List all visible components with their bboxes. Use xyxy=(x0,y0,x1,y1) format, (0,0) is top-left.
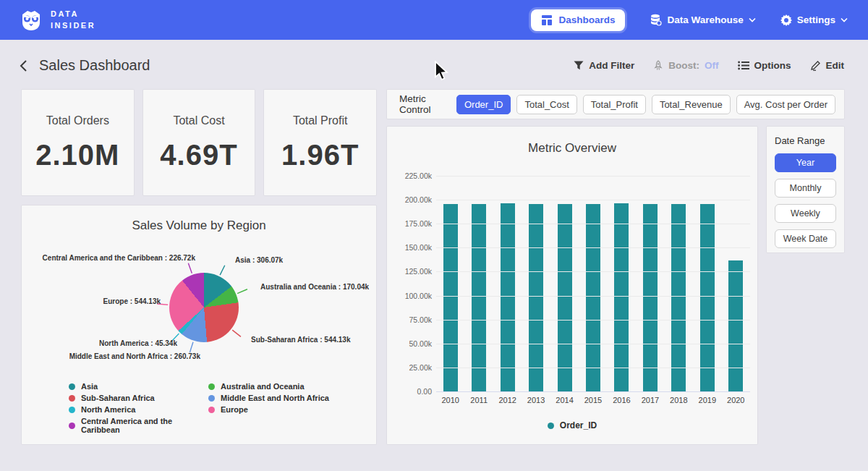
bar-chart-x-axis: 2010201120122013201420152016201720182019… xyxy=(436,396,750,404)
pie-legend-item[interactable]: Australia and Oceania xyxy=(208,382,376,391)
back-button[interactable] xyxy=(19,59,27,72)
bar-2010[interactable] xyxy=(443,204,458,391)
pie-leader-line xyxy=(220,266,225,275)
date-range-week-date-button[interactable]: Week Date xyxy=(775,229,836,248)
legend-dot xyxy=(548,423,554,429)
kpi-label: Total Profit xyxy=(293,114,348,127)
x-tick-label: 2017 xyxy=(636,396,664,404)
pie-legend-item[interactable]: Europe xyxy=(208,405,376,414)
bar-2020[interactable] xyxy=(728,260,743,391)
pie-chart-card: Sales Volume by Region Asia : 306.07kAus… xyxy=(22,205,376,444)
pie-chart-title: Sales Volume by Region xyxy=(22,205,376,233)
filter-funnel-icon xyxy=(574,61,584,70)
y-tick-label: 225.00k xyxy=(391,171,432,180)
date-range-year-button[interactable]: Year xyxy=(775,153,836,172)
gridline xyxy=(436,296,750,297)
dashboard-toolbar: Sales Dashboard Add Filter Boost: Off xyxy=(0,40,868,74)
bar-2014[interactable] xyxy=(558,204,572,391)
legend-label: Asia xyxy=(81,382,98,391)
y-tick-label: 100.00k xyxy=(391,292,432,300)
database-icon xyxy=(650,14,662,26)
bar-column xyxy=(436,176,464,391)
gridline xyxy=(436,247,750,248)
x-tick-label: 2011 xyxy=(464,396,493,404)
bar-2018[interactable] xyxy=(671,204,686,391)
x-tick-label: 2020 xyxy=(722,396,750,404)
y-tick-label: 125.00k xyxy=(391,267,432,276)
metric-chip-total-cost[interactable]: Total_Cost xyxy=(516,95,576,114)
pie-leader-line xyxy=(190,342,193,352)
bar-column xyxy=(550,176,579,391)
metric-chip-total-profit[interactable]: Total_Profit xyxy=(583,95,646,114)
bar-2012[interactable] xyxy=(501,203,515,391)
edit-button[interactable]: Edit xyxy=(810,60,845,71)
kpi-value: 4.69T xyxy=(160,139,237,171)
legend-label: Sub-Saharan Africa xyxy=(81,394,155,402)
legend-dot xyxy=(69,395,75,402)
gear-icon xyxy=(780,14,792,26)
y-tick-label: 150.00k xyxy=(391,243,432,252)
boost-state: Off xyxy=(705,60,719,71)
pie-legend-item[interactable]: Sub-Saharan Africa xyxy=(69,394,208,402)
pie-legend-item[interactable]: North America xyxy=(69,405,208,414)
pie-legend-item[interactable]: Middle East and North Africa xyxy=(208,394,376,402)
bar-2013[interactable] xyxy=(529,204,543,391)
legend-label: Europe xyxy=(221,405,248,414)
y-tick-label: 175.00k xyxy=(391,219,432,228)
pie-legend: AsiaAustralia and OceaniaSub-Saharan Afr… xyxy=(69,382,376,434)
pie-callout-label: North America : 45.34k xyxy=(99,339,177,347)
pie-callout-label: Europe : 544.13k xyxy=(103,297,161,305)
pencil-icon xyxy=(810,60,821,71)
boost-toggle[interactable]: Boost: Off xyxy=(653,60,718,71)
metric-chip-total-revenue[interactable]: Total_Revenue xyxy=(652,95,731,114)
bar-column xyxy=(608,176,636,391)
pie-callout-label: Australia and Oceania : 170.04k xyxy=(260,283,369,291)
x-tick-label: 2018 xyxy=(665,396,693,404)
date-range-label: Date Range xyxy=(775,135,836,146)
pie-leader-line xyxy=(232,330,241,336)
app-header: DATA INSIDER Dashboards xyxy=(0,0,868,40)
nav-settings[interactable]: Settings xyxy=(780,14,848,26)
nav-data-warehouse[interactable]: Data Warehouse xyxy=(650,14,755,26)
x-tick-label: 2014 xyxy=(550,396,579,404)
y-tick-label: 75.00k xyxy=(391,315,432,324)
pie-chart[interactable] xyxy=(169,273,239,342)
gridline xyxy=(436,391,750,392)
pie-legend-item[interactable]: Central America and the Caribbean xyxy=(69,417,208,434)
bar-column xyxy=(693,176,721,391)
bar-2015[interactable] xyxy=(586,204,600,391)
legend-dot xyxy=(208,407,215,413)
bar-column xyxy=(722,176,750,391)
metric-control-strip: Metric Control Order_ID Total_Cost Total… xyxy=(387,90,844,119)
list-icon xyxy=(738,61,749,70)
bar-2016[interactable] xyxy=(614,203,629,391)
pie-callout-label: Sub-Saharan Africa : 544.13k xyxy=(251,336,350,344)
legend-dot xyxy=(69,383,75,390)
bar-2011[interactable] xyxy=(472,204,486,391)
gridline xyxy=(436,200,750,200)
metric-chip-order-id[interactable]: Order_ID xyxy=(456,95,511,114)
pie-callout-label: Asia : 306.07k xyxy=(235,256,283,264)
pie-legend-item[interactable]: Asia xyxy=(69,382,208,391)
chevron-down-icon xyxy=(841,17,848,22)
options-button[interactable]: Options xyxy=(738,60,791,71)
date-range-weekly-button[interactable]: Weekly xyxy=(775,204,836,223)
bar-column xyxy=(522,176,550,391)
pie-leader-line xyxy=(237,289,247,294)
bar-2017[interactable] xyxy=(643,204,658,391)
legend-dot xyxy=(208,395,215,402)
bar-chart-legend: Order_ID xyxy=(387,420,757,430)
bar-column xyxy=(665,176,693,391)
legend-label: Order_ID xyxy=(560,420,597,430)
x-tick-label: 2010 xyxy=(436,396,464,404)
nav-dashboards-button[interactable]: Dashboards xyxy=(531,9,625,31)
kpi-value: 1.96T xyxy=(281,139,359,171)
owl-logo-icon xyxy=(19,8,43,33)
add-filter-button[interactable]: Add Filter xyxy=(574,60,634,71)
bar-2019[interactable] xyxy=(700,204,715,391)
logo-text: DATA INSIDER xyxy=(51,9,95,32)
legend-dot xyxy=(69,407,75,413)
metric-chip-avg-cost-per-order[interactable]: Avg. Cost per Order xyxy=(736,95,835,114)
page-title: Sales Dashboard xyxy=(39,57,150,74)
date-range-monthly-button[interactable]: Monthly xyxy=(775,179,836,198)
